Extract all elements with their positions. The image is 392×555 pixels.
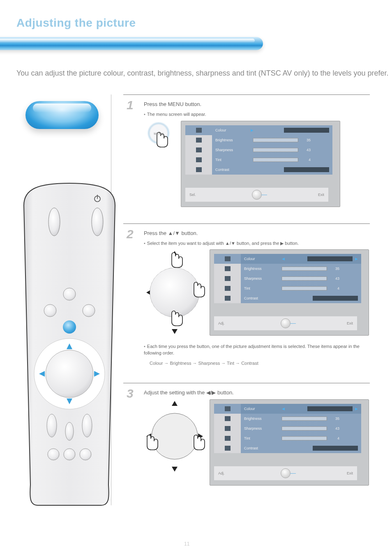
osd-screenshot-1: Colour▶ Brightness35 Sharpness43 Tint4 C…: [181, 121, 340, 207]
step-number: 1: [127, 98, 134, 112]
features-icon: [225, 436, 231, 441]
step-heading: Adjust the setting with the ◀/▶ button.: [144, 389, 370, 397]
step-heading: Press the MENU button.: [144, 101, 370, 108]
svg-point-2: [48, 208, 60, 236]
setup-icon: [225, 426, 231, 431]
press-menu-illustration: MENU: [144, 121, 177, 164]
nav-knob-icon: [281, 318, 291, 328]
install-icon: [225, 446, 231, 451]
step-number: 3: [127, 387, 134, 401]
osd-guide-adj: Adj.: [218, 321, 225, 325]
svg-point-16: [65, 422, 74, 440]
step-1: 1 Press the MENU button. •The menu scree…: [123, 94, 370, 223]
nav-updown-illustration: [144, 249, 205, 337]
osd-guide-exit: Exit: [318, 193, 324, 197]
nav-knob-icon: [281, 468, 291, 478]
svg-point-14: [47, 414, 57, 437]
step-subtext: •Select the item you want to adjust with…: [144, 240, 370, 247]
osd-screenshot-2: Colour◀▶ Brightness35 Sharpness43 Tint4 …: [210, 249, 369, 336]
picture-icon: [225, 256, 231, 261]
svg-marker-29: [172, 401, 178, 406]
features-icon: [225, 286, 231, 291]
sound-icon: [225, 266, 231, 271]
svg-point-6: [83, 304, 95, 317]
step-heading: Press the ▲/▼ button.: [144, 230, 370, 237]
svg-point-18: [64, 449, 75, 460]
step-number: 2: [127, 227, 134, 241]
picture-icon: [196, 128, 202, 133]
steps-column: 1 Press the MENU button. •The menu scree…: [123, 94, 370, 502]
nav-leftright-illustration: [144, 399, 205, 475]
step-2: 2 Press the ▲/▼ button. •Select the item…: [123, 223, 370, 383]
page-subtitle: You can adjust the picture colour, contr…: [16, 69, 389, 78]
svg-point-15: [82, 414, 92, 437]
svg-text:MENU: MENU: [154, 132, 164, 136]
svg-point-5: [44, 304, 56, 317]
svg-marker-24: [172, 329, 178, 334]
step-subtext: •Each time you press the button, one of …: [144, 343, 370, 357]
page-number: 11: [184, 541, 189, 547]
osd-guide-exit: Exit: [347, 471, 353, 475]
picture-icon: [225, 406, 231, 411]
svg-point-4: [63, 288, 76, 300]
install-icon: [196, 167, 202, 172]
svg-point-9: [46, 350, 93, 398]
setup-icon: [225, 276, 231, 281]
svg-point-7: [63, 320, 76, 334]
osd-guide-exit: Exit: [347, 321, 353, 325]
step-3: 3 Adjust the setting with the ◀/▶ button…: [123, 383, 370, 502]
remote-illustration: [21, 181, 118, 509]
svg-point-33: [152, 413, 198, 459]
setup-icon: [196, 147, 202, 152]
step-subtext: •The menu screen will appear.: [144, 111, 370, 118]
section-badge: [25, 101, 99, 129]
page-title: Adjusting the picture: [16, 16, 136, 30]
sound-icon: [196, 138, 202, 143]
svg-point-28: [150, 268, 199, 317]
osd-guide-adj: Adj.: [218, 471, 225, 475]
nav-knob-icon: [252, 190, 262, 200]
sound-icon: [225, 416, 231, 421]
svg-point-3: [92, 208, 103, 236]
osd-screenshot-3: Colour◀▶ Brightness35 Sharpness43 Tint4 …: [210, 399, 369, 486]
svg-point-17: [48, 449, 59, 460]
header-bar: [0, 37, 263, 50]
features-icon: [196, 157, 202, 162]
install-icon: [225, 296, 231, 301]
svg-point-19: [80, 449, 91, 460]
osd-guide-sel: Sel.: [189, 193, 196, 197]
svg-marker-30: [172, 467, 178, 472]
step-sequence: Colour → Brightness → Sharpness → Tint →…: [150, 360, 370, 367]
